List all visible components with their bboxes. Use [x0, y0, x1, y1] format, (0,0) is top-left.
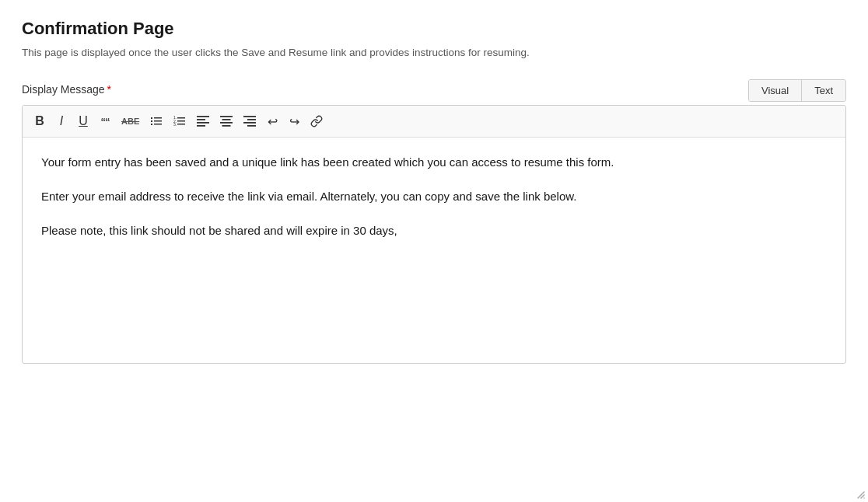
svg-rect-19	[222, 125, 231, 127]
undo-button[interactable]: ↩	[263, 112, 282, 131]
align-left-button[interactable]	[193, 112, 213, 131]
unordered-list-button[interactable]	[146, 112, 166, 131]
redo-button[interactable]: ↪	[285, 112, 303, 131]
svg-rect-15	[197, 125, 205, 127]
bold-button[interactable]: B	[30, 112, 49, 131]
svg-rect-21	[247, 119, 256, 120]
svg-rect-11	[177, 124, 185, 125]
field-label-row: Display Message * Visual Text	[22, 79, 846, 102]
field-label-text: Display Message	[22, 83, 105, 96]
ordered-list-button[interactable]: 1. 2. 3.	[170, 112, 190, 131]
svg-rect-3	[154, 120, 162, 122]
svg-rect-17	[222, 119, 231, 120]
svg-rect-14	[197, 122, 209, 124]
italic-button[interactable]: I	[52, 112, 71, 131]
svg-rect-0	[151, 117, 152, 119]
content-paragraph-3: Please note, this link should not be sha…	[41, 221, 827, 240]
svg-rect-22	[243, 122, 256, 124]
svg-rect-5	[154, 124, 162, 125]
svg-text:3.: 3.	[173, 122, 177, 127]
editor-content-area[interactable]: Your form entry has been saved and a uni…	[23, 138, 845, 363]
strikethrough-button[interactable]: ABE	[117, 112, 143, 131]
content-paragraph-1: Your form entry has been saved and a uni…	[41, 153, 827, 172]
svg-rect-1	[154, 117, 162, 119]
rich-text-editor: B I U ““ ABE 1. 2. 3.	[22, 105, 846, 364]
link-button[interactable]	[306, 112, 327, 131]
page-description: This page is displayed once the user cli…	[22, 45, 846, 61]
align-center-button[interactable]	[216, 112, 236, 131]
required-indicator: *	[107, 83, 111, 96]
text-view-button[interactable]: Text	[802, 80, 845, 101]
page-title: Confirmation Page	[22, 19, 846, 39]
svg-rect-2	[151, 120, 152, 122]
svg-rect-18	[220, 122, 233, 124]
align-right-button[interactable]	[240, 112, 260, 131]
svg-rect-9	[177, 120, 185, 122]
editor-content-wrapper: Your form entry has been saved and a uni…	[23, 138, 845, 363]
editor-toolbar: B I U ““ ABE 1. 2. 3.	[23, 106, 845, 138]
svg-rect-23	[247, 125, 256, 127]
view-toggle: Visual Text	[748, 79, 846, 102]
blockquote-button[interactable]: ““	[96, 112, 114, 131]
visual-view-button[interactable]: Visual	[749, 80, 802, 101]
svg-rect-4	[151, 124, 152, 125]
svg-rect-13	[197, 119, 205, 120]
underline-button[interactable]: U	[74, 112, 93, 131]
svg-rect-16	[220, 116, 233, 117]
content-paragraph-2: Enter your email address to receive the …	[41, 187, 827, 206]
svg-rect-20	[243, 116, 256, 117]
svg-rect-12	[197, 116, 209, 117]
svg-rect-7	[177, 117, 185, 119]
field-label: Display Message *	[22, 83, 111, 96]
